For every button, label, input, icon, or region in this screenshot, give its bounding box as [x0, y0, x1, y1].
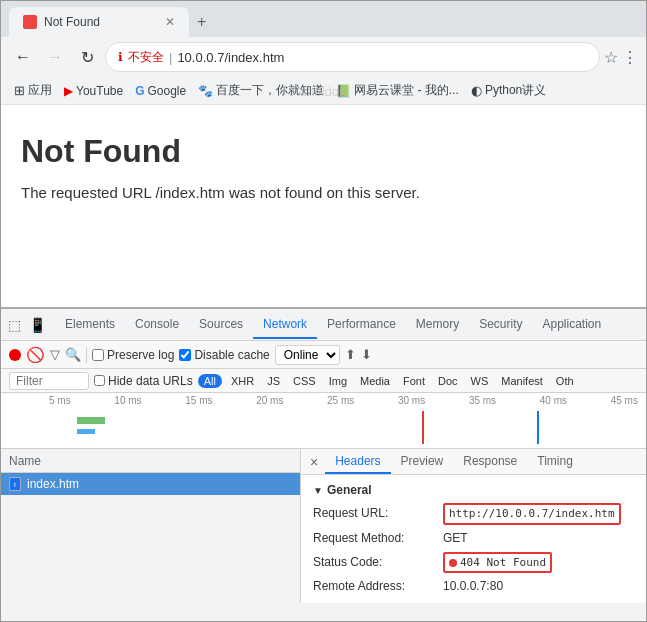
detail-row-remote: Remote Address: 10.0.0.7:80 [313, 577, 634, 596]
star-icon[interactable]: ☆ [604, 48, 618, 67]
new-tab-button[interactable]: + [189, 9, 214, 35]
detail-row-status: Status Code: 404 Not Found [313, 552, 634, 574]
bookmark-python[interactable]: ◐ Python讲义 [466, 80, 551, 101]
toolbar-separator [86, 347, 87, 363]
referrer-label: Referrer Policy: [313, 601, 443, 603]
disable-cache-input[interactable] [179, 349, 191, 361]
filter-bar: Hide data URLs All XHR JS CSS Img Media … [1, 369, 646, 393]
search-button[interactable]: 🔍 [65, 347, 81, 362]
wangyi-icon: 📗 [336, 84, 351, 98]
tl-label-20ms: 20 ms [256, 395, 283, 406]
nav-bar: ← → ↻ ℹ 不安全 | 10.0.0.7/index.htm ☆ ⋮ [1, 37, 646, 77]
preserve-log-input[interactable] [92, 349, 104, 361]
tl-label-10ms: 10 ms [114, 395, 141, 406]
devtools-panel: ⬚ 📱 Elements Console Sources Network Per… [1, 307, 646, 603]
type-img-button[interactable]: Img [325, 374, 351, 388]
python-icon: ◐ [471, 83, 482, 98]
tab-sources[interactable]: Sources [189, 311, 253, 339]
forward-button[interactable]: → [41, 43, 69, 71]
hide-data-urls-checkbox[interactable]: Hide data URLs [94, 374, 193, 388]
detail-close-button[interactable]: × [305, 452, 323, 472]
back-button[interactable]: ← [9, 43, 37, 71]
insecure-icon: ℹ [118, 50, 123, 64]
type-ws-button[interactable]: WS [467, 374, 493, 388]
disable-cache-checkbox[interactable]: Disable cache [179, 348, 269, 362]
detail-tab-timing[interactable]: Timing [527, 450, 583, 474]
list-panel: Name i index.htm [1, 449, 301, 603]
detail-content: ▼ General Request URL: http://10.0.0.7/i… [301, 475, 646, 603]
list-item[interactable]: i index.htm [1, 473, 300, 495]
reload-button[interactable]: ↻ [73, 43, 101, 71]
network-list-area: Name i index.htm × Headers Preview Respo… [1, 449, 646, 603]
detail-tab-headers[interactable]: Headers [325, 450, 390, 474]
preserve-log-checkbox[interactable]: Preserve log [92, 348, 174, 362]
throttle-select[interactable]: Online [275, 345, 340, 365]
active-tab[interactable]: Not Found ✕ [9, 7, 189, 37]
tl-label-30ms: 30 ms [398, 395, 425, 406]
type-font-button[interactable]: Font [399, 374, 429, 388]
timeline-canvas [41, 411, 646, 444]
tl-green-bar [77, 417, 105, 424]
status-value: 404 Not Found [443, 552, 552, 574]
device-icon[interactable]: 📱 [26, 315, 49, 335]
detail-tab-preview[interactable]: Preview [391, 450, 454, 474]
type-js-button[interactable]: JS [263, 374, 284, 388]
name-column-header: Name [9, 454, 41, 468]
remote-value: 10.0.0.7:80 [443, 577, 503, 596]
remote-label: Remote Address: [313, 577, 443, 596]
filter-toggle-button[interactable]: ▽ [50, 347, 60, 362]
filter-input[interactable] [9, 372, 89, 390]
record-button[interactable] [9, 349, 21, 361]
apps-label: 应用 [28, 82, 52, 99]
tab-console[interactable]: Console [125, 311, 189, 339]
download-icon[interactable]: ⬇ [361, 347, 372, 362]
type-media-button[interactable]: Media [356, 374, 394, 388]
upload-icon[interactable]: ⬆ [345, 347, 356, 362]
type-manifest-button[interactable]: Manifest [497, 374, 547, 388]
bookmark-youtube[interactable]: ▶ YouTube [59, 82, 128, 100]
tab-network[interactable]: Network [253, 311, 317, 339]
google-label: Google [148, 84, 187, 98]
type-xhr-button[interactable]: XHR [227, 374, 258, 388]
security-label: 不安全 [128, 49, 164, 66]
list-item-name: index.htm [27, 477, 79, 491]
bookmark-apps[interactable]: ⊞ 应用 [9, 80, 57, 101]
network-toolbar: 🚫 ▽ 🔍 Preserve log Disable cache Online … [1, 341, 646, 369]
timeline-area: 5 ms 10 ms 15 ms 20 ms 25 ms 30 ms 35 ms… [1, 393, 646, 449]
detail-tab-response[interactable]: Response [453, 450, 527, 474]
bookmark-baidu[interactable]: 🐾 百度一下，你就知道 [193, 80, 329, 101]
tab-security[interactable]: Security [469, 311, 532, 339]
address-separator: | [169, 50, 172, 65]
tab-memory[interactable]: Memory [406, 311, 469, 339]
detail-row-method: Request Method: GET [313, 529, 634, 548]
address-bar[interactable]: ℹ 不安全 | 10.0.0.7/index.htm [105, 42, 600, 72]
menu-icon[interactable]: ⋮ [622, 48, 638, 67]
google-icon: G [135, 84, 144, 98]
inspect-icon[interactable]: ⬚ [5, 315, 24, 335]
type-all-button[interactable]: All [198, 374, 222, 388]
bookmark-wangyi[interactable]: 📗 网易云课堂 - 我的... [331, 80, 464, 101]
method-label: Request Method: [313, 529, 443, 548]
baidu-icon: 🐾 [198, 84, 213, 98]
wangyi-label: 网易云课堂 - 我的... [354, 82, 459, 99]
file-icon: i [9, 477, 21, 491]
tl-blue-bar [77, 429, 95, 434]
type-doc-button[interactable]: Doc [434, 374, 462, 388]
devtools-tab-bar: ⬚ 📱 Elements Console Sources Network Per… [1, 309, 646, 341]
referrer-value: no-referrer-when-downgrade [443, 601, 596, 603]
detail-row-url: Request URL: http://10.0.0.7/index.htm [313, 503, 634, 525]
tab-favicon [23, 15, 37, 29]
url-value: http://10.0.0.7/index.htm [443, 503, 621, 525]
tab-elements[interactable]: Elements [55, 311, 125, 339]
type-css-button[interactable]: CSS [289, 374, 320, 388]
tab-application[interactable]: Application [533, 311, 612, 339]
type-other-button[interactable]: Oth [552, 374, 578, 388]
devtools-tab-icons: ⬚ 📱 [5, 315, 49, 335]
section-title: General [327, 483, 372, 497]
hide-data-urls-input[interactable] [94, 375, 105, 386]
tab-performance[interactable]: Performance [317, 311, 406, 339]
tab-close-icon[interactable]: ✕ [165, 15, 175, 29]
clear-button[interactable]: 🚫 [26, 347, 45, 362]
detail-section-header: ▼ General [313, 483, 634, 497]
bookmark-google[interactable]: G Google [130, 82, 191, 100]
